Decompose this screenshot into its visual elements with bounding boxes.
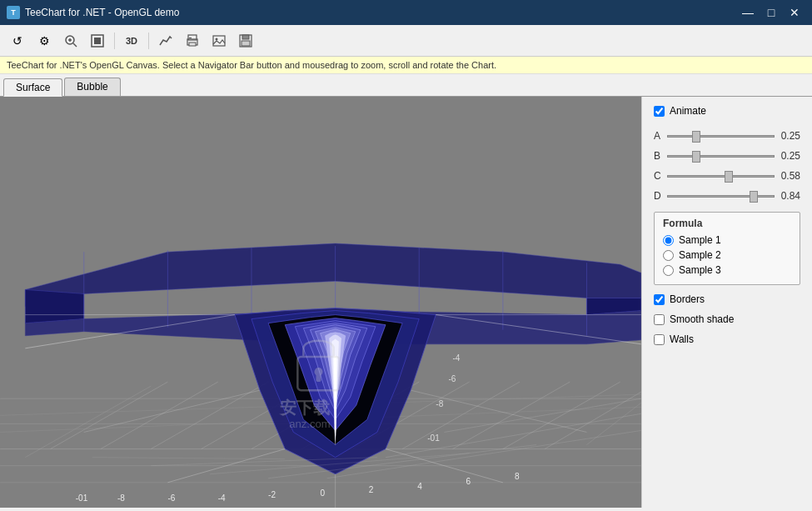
svg-text:-8: -8 (436, 399, 443, 408)
svg-text:8: 8 (515, 472, 520, 481)
slider-c-label: C (654, 170, 662, 182)
tab-surface[interactable]: Surface (3, 78, 62, 97)
settings-button[interactable]: ⚙ (32, 29, 57, 53)
slider-c-row: C 0.58 (654, 168, 800, 183)
formula-sample1-radio[interactable] (663, 235, 674, 246)
print-button[interactable] (180, 29, 205, 53)
svg-text:0: 0 (320, 488, 325, 498)
refresh-button[interactable]: ↺ (5, 29, 30, 53)
title-bar: T TeeChart for .NET - OpenGL demo — □ ✕ (0, 0, 812, 25)
svg-line-1 (73, 43, 77, 47)
view-button[interactable] (85, 29, 110, 53)
formula-sample3-row: Sample 3 (663, 264, 791, 276)
slider-a-row: A 0.25 (654, 128, 800, 143)
borders-row: Borders (654, 293, 800, 305)
window-controls: — □ ✕ (737, 4, 805, 21)
svg-rect-5 (94, 38, 101, 44)
animate-checkbox[interactable] (654, 106, 665, 117)
slider-b-value: 0.25 (780, 150, 800, 162)
smooth-shade-checkbox[interactable] (654, 314, 665, 325)
formula-sample2-radio[interactable] (663, 250, 674, 261)
maximize-button[interactable]: □ (760, 4, 782, 21)
svg-text:-6: -6 (167, 493, 175, 503)
slider-d[interactable] (667, 188, 775, 203)
svg-text:anz.com: anz.com (289, 418, 330, 430)
window-title: TeeChart for .NET - OpenGL demo (25, 7, 179, 18)
image-icon (212, 33, 227, 48)
slider-a-value: 0.25 (780, 130, 800, 142)
svg-rect-13 (242, 35, 249, 39)
view-icon (90, 33, 105, 48)
animate-row: Animate (654, 105, 800, 117)
formula-sample3-label[interactable]: Sample 3 (679, 264, 721, 276)
svg-text:2: 2 (369, 485, 374, 494)
formula-sample3-radio[interactable] (663, 265, 674, 276)
borders-label[interactable]: Borders (670, 293, 705, 305)
linechart-button[interactable] (153, 29, 178, 53)
slider-c[interactable] (667, 168, 775, 183)
app-icon: T (7, 6, 20, 19)
walls-checkbox[interactable] (654, 334, 665, 345)
image-button[interactable] (207, 29, 232, 53)
smooth-shade-row: Smooth shade (654, 313, 800, 325)
slider-b[interactable] (667, 148, 775, 163)
formula-sample2-row: Sample 2 (663, 249, 791, 261)
toolbar-sep-1 (114, 33, 115, 49)
svg-text:-01: -01 (427, 433, 440, 443)
svg-text:-8: -8 (117, 493, 125, 503)
save-button[interactable] (233, 29, 258, 53)
sliders-section: A 0.25 B 0.25 C 0.58 D 0.84 (654, 128, 800, 203)
svg-rect-92 (316, 373, 321, 382)
slider-d-row: D 0.84 (654, 188, 800, 203)
linechart-icon (158, 33, 173, 48)
zoom-button[interactable] (58, 29, 83, 53)
svg-rect-14 (242, 41, 250, 46)
minimize-button[interactable]: — (737, 4, 759, 21)
svg-text:-4: -4 (218, 493, 226, 503)
tab-bubble[interactable]: Bubble (64, 78, 120, 96)
info-bar: TeeChart for .NET's OpenGL Canvas. Selec… (0, 57, 812, 74)
slider-b-label: B (654, 150, 662, 162)
tabs-bar: Surface Bubble (0, 74, 812, 97)
right-panel: Animate A 0.25 B 0.25 C 0.58 D (641, 97, 812, 508)
walls-row: Walls (654, 333, 800, 345)
svg-rect-8 (189, 43, 196, 46)
info-text: TeeChart for .NET's OpenGL Canvas. Selec… (7, 60, 496, 70)
borders-checkbox[interactable] (654, 294, 665, 305)
animate-label[interactable]: Animate (670, 105, 706, 117)
close-button[interactable]: ✕ (784, 4, 805, 21)
svg-text:-6: -6 (448, 374, 456, 383)
svg-text:-4: -4 (452, 353, 460, 363)
formula-sample1-label[interactable]: Sample 1 (679, 234, 721, 246)
formula-legend: Formula (663, 218, 791, 229)
save-icon (238, 33, 253, 48)
chart-svg: -01 -8 -6 -4 -2 0 2 4 6 8 -01 -8 -6 -4 安… (0, 97, 641, 508)
slider-b-row: B 0.25 (654, 148, 800, 163)
svg-text:安下载: 安下载 (279, 398, 330, 417)
zoom-icon (63, 33, 78, 48)
svg-point-11 (216, 38, 218, 40)
chart-area[interactable]: -01 -8 -6 -4 -2 0 2 4 6 8 -01 -8 -6 -4 安… (0, 97, 641, 508)
print-icon (185, 33, 200, 48)
slider-d-label: D (654, 190, 662, 202)
slider-d-value: 0.84 (780, 190, 800, 202)
svg-rect-9 (189, 38, 192, 38)
svg-text:4: 4 (417, 482, 422, 491)
svg-text:6: 6 (466, 477, 471, 486)
svg-marker-37 (25, 289, 83, 323)
main-content: -01 -8 -6 -4 -2 0 2 4 6 8 -01 -8 -6 -4 安… (0, 97, 812, 508)
3d-button[interactable]: 3D (119, 29, 144, 53)
toolbar: ↺ ⚙ 3D (0, 25, 812, 57)
svg-text:-01: -01 (76, 493, 88, 503)
slider-a[interactable] (667, 128, 775, 143)
toolbar-sep-2 (148, 33, 149, 49)
svg-text:-2: -2 (268, 490, 276, 499)
formula-sample1-row: Sample 1 (663, 234, 791, 246)
slider-c-value: 0.58 (780, 170, 800, 182)
smooth-shade-label[interactable]: Smooth shade (670, 313, 734, 325)
walls-label[interactable]: Walls (670, 333, 694, 345)
formula-group: Formula Sample 1 Sample 2 Sample 3 (654, 212, 800, 285)
formula-sample2-label[interactable]: Sample 2 (679, 249, 721, 261)
slider-a-label: A (654, 130, 662, 142)
